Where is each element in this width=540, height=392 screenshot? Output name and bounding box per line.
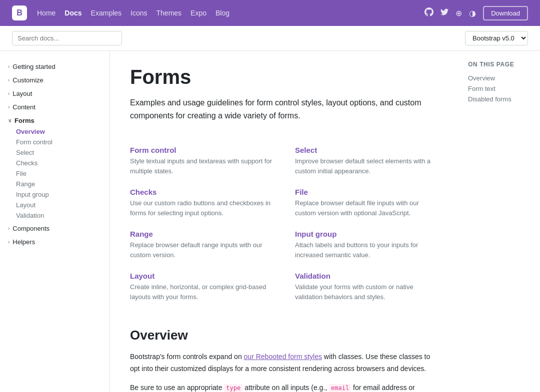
card-checks: Checks Use our custom radio buttons and …	[130, 182, 275, 224]
card-file: File Replace browser default file inputs…	[295, 182, 440, 224]
card-desc-form-control: Style textual inputs and textareas with …	[130, 156, 275, 176]
para2-prefix: Be sure to use an appropriate	[130, 384, 224, 392]
sidebar-item-file[interactable]: File	[16, 168, 102, 179]
nav-links: Home Docs Examples Icons Themes Expo Blo…	[37, 9, 414, 17]
overview-para2: Be sure to use an appropriate type attri…	[130, 382, 440, 392]
toc-item-disabled-forms[interactable]: Disabled forms	[468, 94, 532, 104]
chevron-right-icon: ›	[8, 226, 10, 231]
overview-section-title: Overview	[130, 328, 440, 343]
sidebar-group-title-layout[interactable]: › Layout	[8, 88, 102, 99]
para1-prefix: Bootstrap's form controls expand on	[130, 353, 244, 361]
card-form-control: Form control Style textual inputs and te…	[130, 140, 275, 182]
chevron-right-icon: ›	[8, 104, 10, 110]
sidebar-group-title-components[interactable]: › Components	[8, 223, 102, 234]
nav-themes[interactable]: Themes	[156, 9, 182, 17]
toc: On this page Overview Form text Disabled…	[460, 51, 540, 392]
card-title-range[interactable]: Range	[130, 230, 153, 238]
sidebar-item-input-group[interactable]: Input group	[16, 189, 102, 200]
chevron-right-icon: ›	[8, 239, 10, 245]
overview-para1: Bootstrap's form controls expand on our …	[130, 351, 440, 375]
card-desc-checks: Use our custom radio buttons and checkbo…	[130, 198, 275, 218]
sidebar-forms-children: Overview Form control Select Checks File…	[16, 126, 102, 221]
sidebar-group-components: › Components	[8, 223, 102, 234]
para2-mid1: attribute on all inputs (e.g.,	[242, 384, 329, 392]
sidebar-item-checks[interactable]: Checks	[16, 158, 102, 168]
sidebar-item-range[interactable]: Range	[16, 179, 102, 189]
toc-item-overview[interactable]: Overview	[468, 73, 532, 83]
navbar-right: ⊕ ◑ Download	[424, 6, 528, 20]
sidebar-item-overview[interactable]: Overview	[16, 126, 102, 137]
sidebar-group-title-getting-started[interactable]: › Getting started	[8, 61, 102, 72]
card-title-form-control[interactable]: Form control	[130, 146, 176, 154]
card-desc-select: Improve browser default select elements …	[295, 156, 440, 176]
sidebar-item-select[interactable]: Select	[16, 147, 102, 158]
nav-home[interactable]: Home	[37, 9, 56, 17]
card-input-group: Input group Attach labels and buttons to…	[295, 224, 440, 266]
nav-docs[interactable]: Docs	[64, 9, 82, 17]
search-input[interactable]	[12, 31, 122, 45]
download-button[interactable]: Download	[483, 6, 528, 20]
card-desc-range: Replace browser default range inputs wit…	[130, 240, 275, 260]
sidebar-group-title-forms[interactable]: ∨ Forms	[8, 115, 102, 126]
toc-title: On this page	[468, 61, 532, 68]
page-title: Forms	[130, 66, 440, 88]
toc-item-form-text[interactable]: Form text	[468, 83, 532, 94]
nav-blog[interactable]: Blog	[216, 9, 230, 17]
rebooted-link[interactable]: our Rebooted form styles	[244, 353, 322, 361]
sidebar-group-layout: › Layout	[8, 88, 102, 99]
sidebar-item-validation[interactable]: Validation	[16, 210, 102, 221]
card-title-checks[interactable]: Checks	[130, 188, 156, 196]
card-desc-validation: Validate your forms with custom or nativ…	[295, 282, 440, 302]
sidebar-group-customize: › Customize	[8, 74, 102, 86]
card-title-select[interactable]: Select	[295, 146, 317, 154]
sidebar: › Getting started › Customize › Layout ›…	[0, 51, 110, 392]
version-select[interactable]: Bootstrap v5.0	[465, 31, 528, 45]
twitter-icon[interactable]	[440, 8, 448, 18]
chevron-right-icon: ›	[8, 77, 10, 83]
card-desc-input-group: Attach labels and buttons to your inputs…	[295, 240, 440, 260]
navbar: B Home Docs Examples Icons Themes Expo B…	[0, 0, 540, 26]
chevron-right-icon: ›	[8, 64, 10, 69]
sidebar-item-layout[interactable]: Layout	[16, 200, 102, 210]
sidebar-group-title-customize[interactable]: › Customize	[8, 74, 102, 86]
page-description: Examples and usage guidelines for form c…	[130, 96, 440, 122]
circle-icon[interactable]: ◑	[469, 8, 476, 18]
cards-grid: Form control Style textual inputs and te…	[130, 140, 440, 308]
sidebar-group-forms: ∨ Forms Overview Form control Select Che…	[8, 115, 102, 221]
code-type: type	[224, 384, 242, 392]
sidebar-group-content: › Content	[8, 101, 102, 113]
code-email: email	[329, 384, 351, 392]
card-select: Select Improve browser default select el…	[295, 140, 440, 182]
brand-logo[interactable]: B	[12, 5, 27, 20]
slack-icon[interactable]: ⊕	[456, 8, 462, 18]
nav-icons[interactable]: Icons	[130, 9, 147, 17]
main-content: Forms Examples and usage guidelines for …	[110, 51, 460, 392]
card-validation: Validation Validate your forms with cust…	[295, 266, 440, 308]
nav-expo[interactable]: Expo	[190, 9, 206, 17]
card-desc-file: Replace browser default file inputs with…	[295, 198, 440, 218]
sidebar-group-helpers: › Helpers	[8, 236, 102, 248]
card-desc-layout: Create inline, horizontal, or complex gr…	[130, 282, 275, 302]
para2-mid2: for email address or	[351, 384, 415, 392]
card-title-input-group[interactable]: Input group	[295, 230, 336, 238]
sidebar-group-getting-started: › Getting started	[8, 61, 102, 72]
sidebar-group-title-content[interactable]: › Content	[8, 101, 102, 113]
main-layout: › Getting started › Customize › Layout ›…	[0, 51, 540, 392]
card-range: Range Replace browser default range inpu…	[130, 224, 275, 266]
sidebar-group-title-helpers[interactable]: › Helpers	[8, 236, 102, 248]
sidebar-item-form-control[interactable]: Form control	[16, 137, 102, 147]
chevron-down-icon: ∨	[8, 118, 12, 123]
search-bar-row: Bootstrap v5.0	[0, 26, 540, 51]
card-title-layout[interactable]: Layout	[130, 272, 154, 280]
card-layout: Layout Create inline, horizontal, or com…	[130, 266, 275, 308]
nav-examples[interactable]: Examples	[91, 9, 122, 17]
card-title-file[interactable]: File	[295, 188, 308, 196]
chevron-right-icon: ›	[8, 91, 10, 96]
github-icon[interactable]	[424, 7, 434, 18]
card-title-validation[interactable]: Validation	[295, 272, 330, 280]
